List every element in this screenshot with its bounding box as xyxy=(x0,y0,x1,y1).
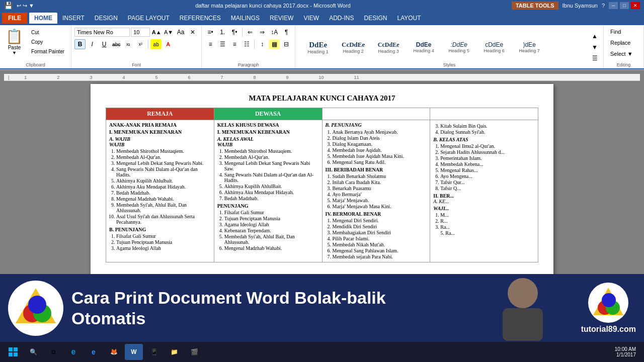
taskbar-app1[interactable]: 📱 xyxy=(145,344,163,360)
styles-group: DdEe Heading 1 CcDdEe Heading 2 CcDdEe H… xyxy=(295,25,604,68)
ribbon: FILE HOME INSERT DESIGN PAGE LAYOUT REFE… xyxy=(0,11,644,70)
align-left-button[interactable]: ≡ xyxy=(205,39,216,49)
taskbar: 🔍 ⧉ e e 🦊 W 📱 📁 🎬 10:00 AM 1/1/2017 xyxy=(0,342,644,362)
style-heading3[interactable]: CcDdEe Heading 3 xyxy=(371,40,406,55)
styles-more[interactable]: ☰ xyxy=(589,53,600,63)
style-heading4[interactable]: DdEe Heading 4 xyxy=(406,40,441,55)
clipboard-label: Clipboard xyxy=(0,62,71,67)
col4-content: Kitab Sulaim Bin Qais. Dialog Sunnah Syi… xyxy=(430,120,538,262)
clear-format-button[interactable]: ✕ xyxy=(187,27,198,37)
taskbar-app3[interactable]: 🎬 xyxy=(185,344,203,360)
styles-gallery: DdEe Heading 1 CcDdEe Heading 2 CcDdEe H… xyxy=(298,37,588,58)
col2-content: KELAS KHUSUS DEWASA I. MENEMUKAN KEBENAR… xyxy=(214,120,322,262)
task-view-button[interactable]: ⧉ xyxy=(44,344,62,360)
styles-scroll-down[interactable]: ▼ xyxy=(589,42,600,52)
justify-button[interactable]: ☷ xyxy=(241,39,252,49)
col1-sec1b: B. PENUNJANG xyxy=(109,227,211,232)
font-name-select[interactable] xyxy=(74,28,130,37)
show-all-button[interactable]: ¶ xyxy=(281,27,292,37)
start-button[interactable] xyxy=(4,344,22,360)
styles-scroll-up[interactable]: ▲ xyxy=(589,31,600,41)
ribbon-main: 📋 Paste ▼ Cut Copy Format Painter Clipbo… xyxy=(0,25,644,69)
title-bar: 💾 ↩ ↪ ▼ daftar mata pelajaran kunci caha… xyxy=(0,0,644,11)
search-button[interactable]: 🔍 xyxy=(24,344,42,360)
sort-button[interactable]: ↕A xyxy=(269,27,280,37)
font-group: A▲ A▼ Aa ✕ B I U abc x₂ x² ab A Font xyxy=(71,25,202,68)
editing-label: Editing xyxy=(604,62,643,67)
replace-button[interactable]: Replace xyxy=(607,38,640,47)
numbering-button[interactable]: 1. xyxy=(217,27,228,37)
col1-section1: I. MENEMUKAN KEBENARAN xyxy=(109,129,211,135)
mailings-tab[interactable]: MAILINGS xyxy=(226,13,265,24)
font-label: Font xyxy=(71,62,201,67)
col1-title: ANAK-ANAK PRIA REMAJA xyxy=(109,122,211,128)
strikethrough-button[interactable]: abc xyxy=(111,39,122,49)
add-ins-tab[interactable]: ADD-INS xyxy=(324,13,359,24)
taskbar-app2[interactable]: 📁 xyxy=(165,344,183,360)
col1-content: ANAK-ANAK PRIA REMAJA I. MENEMUKAN KEBEN… xyxy=(106,120,214,262)
borders-button[interactable]: ⊟ xyxy=(281,39,292,49)
shading-button[interactable]: ▩ xyxy=(269,39,280,49)
subscript-button[interactable]: x₂ xyxy=(123,39,134,49)
system-date: 1/1/2017 xyxy=(615,352,636,357)
close-button[interactable]: ✕ xyxy=(631,2,640,9)
tutorial-site: tutorial89.com xyxy=(581,325,636,334)
bullets-button[interactable]: ≡• xyxy=(205,27,216,37)
decrease-indent-button[interactable]: ⇐ xyxy=(245,27,256,37)
file-button[interactable]: FILE xyxy=(2,13,27,24)
col2-header: DEWASA xyxy=(214,108,322,120)
edge-button[interactable]: e xyxy=(64,344,83,360)
references-tab[interactable]: REFERENCES xyxy=(175,13,226,24)
view-tab[interactable]: VIEW xyxy=(298,13,324,24)
style-heading7[interactable]: )dEe Heading 7 xyxy=(512,40,547,55)
find-button[interactable]: Find xyxy=(607,27,640,36)
table-layout-tab[interactable]: LAYOUT xyxy=(392,13,426,24)
font-shrink-button[interactable]: A▼ xyxy=(163,27,174,37)
superscript-button[interactable]: x² xyxy=(135,39,146,49)
document-table: REMAJA DEWASA ANAK-ANAK PRIA REMAJA I. M… xyxy=(106,108,538,262)
align-right-button[interactable]: ≡ xyxy=(229,39,240,49)
minimize-button[interactable]: ─ xyxy=(609,2,618,9)
ie-button[interactable]: e xyxy=(85,344,103,360)
table-design-tab[interactable]: DESIGN xyxy=(359,13,392,24)
style-heading2[interactable]: CcDdEe Heading 2 xyxy=(336,39,371,55)
help-icon[interactable]: ? xyxy=(602,3,605,9)
ruler: | 1 2 3 4 5 6 7 8 9 10 11 xyxy=(4,74,640,81)
word-taskbar-button[interactable]: W xyxy=(125,344,143,360)
align-center-button[interactable]: ☰ xyxy=(217,39,228,49)
cut-button[interactable]: Cut xyxy=(28,28,68,37)
firefox-button[interactable]: 🦊 xyxy=(105,344,123,360)
svg-rect-5 xyxy=(503,308,543,341)
increase-indent-button[interactable]: ⇒ xyxy=(257,27,268,37)
bold-button[interactable]: B xyxy=(74,39,86,49)
person-image xyxy=(472,276,573,341)
text-highlight-button[interactable]: ab xyxy=(150,39,162,49)
maximize-button[interactable]: □ xyxy=(620,2,629,9)
design-tab[interactable]: DESIGN xyxy=(90,13,123,24)
font-grow-button[interactable]: A▲ xyxy=(151,27,162,37)
col1-header: REMAJA xyxy=(106,108,214,120)
paste-button[interactable]: 📋 Paste ▼ xyxy=(3,27,26,56)
italic-button[interactable]: I xyxy=(87,39,98,49)
change-case-button[interactable]: Aa xyxy=(175,27,186,37)
line-spacing-button[interactable]: ↕ xyxy=(257,39,268,49)
select-button[interactable]: Select ▼ xyxy=(607,49,640,58)
document-title: daftar mata pelajaran kunci cahaya 2017.… xyxy=(34,3,512,9)
font-color-button[interactable]: A xyxy=(163,39,174,49)
home-tab[interactable]: HOME xyxy=(29,13,57,24)
style-heading1[interactable]: DdEe Heading 1 xyxy=(300,39,336,56)
page-layout-tab[interactable]: PAGE LAYOUT xyxy=(123,13,175,24)
styles-label: Styles xyxy=(295,62,603,67)
col4-header xyxy=(430,108,538,120)
style-heading6[interactable]: cDdEe Heading 6 xyxy=(476,40,512,55)
underline-button[interactable]: U xyxy=(99,39,110,49)
svg-point-9 xyxy=(602,293,616,307)
multilevel-button[interactable]: ¶• xyxy=(229,27,240,37)
copy-button[interactable]: Copy xyxy=(28,38,68,46)
insert-tab[interactable]: INSERT xyxy=(57,13,90,24)
style-heading5[interactable]: :DdEe Heading 5 xyxy=(441,40,476,55)
format-painter-button[interactable]: Format Painter xyxy=(28,47,68,56)
review-tab[interactable]: REVIEW xyxy=(265,13,298,24)
font-size-select[interactable] xyxy=(131,28,150,37)
bottom-overlay: Cara Print Document Word Bolak-balik Oto… xyxy=(0,274,644,342)
